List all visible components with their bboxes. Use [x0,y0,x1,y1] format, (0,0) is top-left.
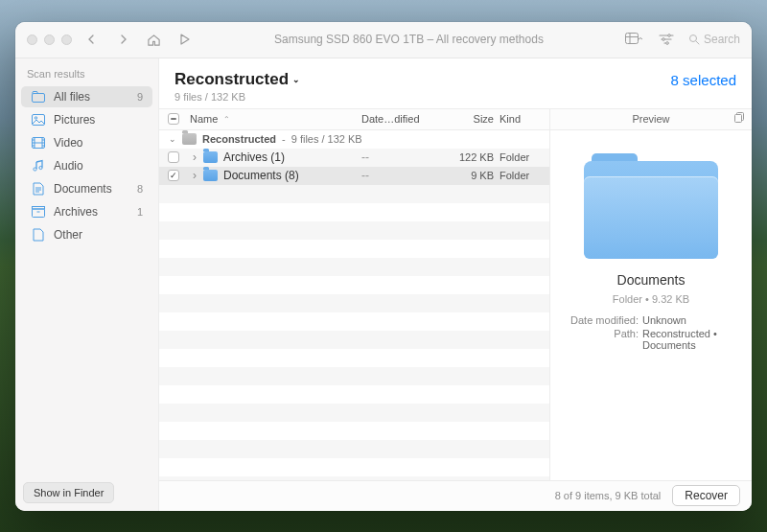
table-row[interactable]: ✓ › Documents (8) -- 9 KB Folder [159,167,549,185]
play-icon[interactable] [174,29,195,50]
show-in-finder-button[interactable]: Show in Finder [23,482,114,503]
sidebar-item-count: 8 [137,183,143,195]
minimize-dot[interactable] [44,35,55,45]
file-list: Name ⌃ Date…dified Size Kind ⌄ Reconstru… [159,109,550,480]
search-icon [688,34,700,45]
view-mode-button[interactable] [623,29,644,50]
svg-point-10 [39,166,42,169]
pictures-icon [31,112,46,127]
zoom-dot[interactable] [61,35,72,45]
folder-icon [203,151,218,163]
sidebar-item-label: Documents [54,182,112,196]
sidebar-item-label: Other [54,228,82,242]
home-icon[interactable] [143,29,164,50]
preview-pane: Preview Documents Folder • 9.32 KB Date … [550,109,752,480]
chevron-down-icon: ⌄ [292,75,300,84]
column-headers: Name ⌃ Date…dified Size Kind [159,109,549,130]
copy-icon[interactable] [734,112,746,126]
main-pane: Reconstructed ⌄ 9 files / 132 KB 8 selec… [159,58,752,511]
folder-grey-icon [182,133,197,145]
svg-rect-14 [735,115,742,123]
header-checkbox[interactable] [159,113,188,125]
back-button[interactable] [81,29,103,50]
table-row[interactable]: › Archives (1) -- 122 KB Folder [159,149,549,167]
chevron-right-icon[interactable]: › [188,150,201,164]
row-name: Documents (8) [223,169,299,182]
sidebar-item-label: All files [54,90,90,104]
close-dot[interactable] [27,35,37,45]
search-placeholder: Search [704,33,740,46]
svg-rect-11 [33,209,45,218]
audio-icon [31,158,46,173]
group-row[interactable]: ⌄ Reconstructed - 9 files / 132 KB [159,130,549,149]
page-subtitle: 9 files / 132 KB [174,91,300,103]
preview-header: Preview [632,113,669,125]
svg-rect-6 [33,114,45,125]
other-icon [31,227,46,243]
sidebar: Scan results All files 9 Pictures Video … [15,58,159,511]
svg-point-4 [689,35,696,42]
sort-asc-icon: ⌃ [223,115,230,124]
window-title: Samsung SSD 860 EVO 1TB – All recovery m… [204,33,614,46]
preview-name: Documents [617,272,686,288]
svg-point-2 [662,38,665,41]
preview-path-value: Reconstructed • Documents [642,328,740,351]
svg-point-1 [668,35,671,37]
preview-path-label: Path: [562,328,639,351]
folder-icon [203,170,218,181]
row-name: Archives (1) [223,150,285,164]
row-checkbox[interactable] [168,151,179,163]
sidebar-item-label: Audio [54,159,83,173]
video-icon [31,135,46,150]
row-size: 9 KB [446,170,500,181]
svg-rect-5 [33,93,45,102]
footer-summary: 8 of 9 items, 9 KB total [555,490,662,501]
archives-icon [31,204,46,220]
titlebar: Samsung SSD 860 EVO 1TB – All recovery m… [15,22,752,58]
preview-date-label: Date modified: [562,314,639,326]
svg-rect-12 [33,206,45,209]
sidebar-item-label: Video [54,136,82,150]
sidebar-item-count: 1 [137,206,143,218]
allfiles-icon [31,89,46,104]
svg-point-3 [666,42,669,45]
row-kind: Folder [500,170,549,181]
sidebar-item-label: Pictures [54,113,95,127]
preview-type-size: Folder • 9.32 KB [613,293,689,305]
row-size: 122 KB [446,151,500,163]
selection-count: 8 selected [671,70,736,88]
sidebar-item-count: 9 [137,91,143,103]
chevron-right-icon[interactable]: › [188,169,201,182]
forward-button[interactable] [112,29,133,50]
col-kind[interactable]: Kind [500,113,549,125]
svg-rect-0 [625,34,638,44]
row-kind: Folder [500,151,549,163]
window-controls [27,35,72,45]
footer: 8 of 9 items, 9 KB total Recover [159,480,752,511]
recover-button[interactable]: Recover [672,485,740,506]
svg-point-9 [34,167,36,170]
filter-icon[interactable] [656,29,677,50]
sidebar-item-label: Archives [54,205,98,219]
col-size[interactable]: Size [446,113,500,125]
sidebar-header: Scan results [15,58,158,85]
documents-icon [31,181,46,197]
app-window: Samsung SSD 860 EVO 1TB – All recovery m… [15,22,752,511]
col-date[interactable]: Date…dified [361,113,446,125]
sidebar-item-all-files[interactable]: All files 9 [21,86,152,107]
search-field[interactable]: Search [688,33,740,46]
preview-date-value: Unknown [642,314,686,326]
sidebar-item-documents[interactable]: Documents 8 [21,178,152,199]
sidebar-item-other[interactable]: Other [21,224,152,245]
col-name[interactable]: Name ⌃ [188,113,361,125]
row-checkbox[interactable]: ✓ [168,170,179,181]
sidebar-item-video[interactable]: Video [21,132,152,153]
sidebar-item-pictures[interactable]: Pictures [21,109,152,130]
row-date: -- [361,169,446,182]
chevron-down-icon: ⌄ [169,134,176,144]
page-title[interactable]: Reconstructed ⌄ [174,70,300,89]
svg-point-7 [35,116,36,118]
sidebar-item-archives[interactable]: Archives 1 [21,201,152,222]
row-date: -- [361,150,446,164]
sidebar-item-audio[interactable]: Audio [21,155,152,176]
